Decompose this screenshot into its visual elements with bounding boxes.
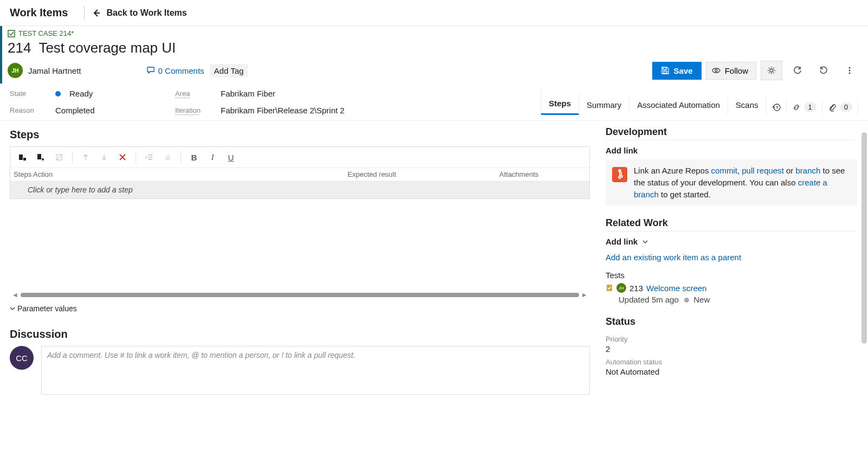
back-button[interactable]: Back to Work Items xyxy=(92,8,187,18)
insert-step-icon xyxy=(18,153,27,162)
col-action: Action xyxy=(33,170,348,178)
tab-summary[interactable]: Summary xyxy=(579,95,629,115)
iteration-value[interactable]: Fabrikam Fiber\Release 2\Sprint 2 xyxy=(221,106,344,115)
vertical-scrollbar[interactable] xyxy=(861,132,867,344)
back-label: Back to Work Items xyxy=(106,8,187,18)
tab-steps[interactable]: Steps xyxy=(541,93,579,115)
commit-link[interactable]: commit xyxy=(711,166,737,175)
bold-button[interactable]: B xyxy=(187,150,202,164)
priority-value[interactable]: 2 xyxy=(606,344,857,354)
status-section: Status Priority 2 Automation status Not … xyxy=(606,316,857,376)
attachments-badge: 0 xyxy=(840,102,852,112)
tab-automation[interactable]: Associated Automation xyxy=(629,95,728,115)
tab-history[interactable] xyxy=(767,100,787,115)
attach-step-button[interactable] xyxy=(160,150,175,164)
area-value[interactable]: Fabrikam Fiber xyxy=(221,89,275,98)
tab-links[interactable]: 1 xyxy=(787,99,822,115)
bold-icon: B xyxy=(191,153,197,162)
links-badge: 1 xyxy=(804,102,816,112)
toolbar-sep xyxy=(72,152,73,162)
iteration-label: Iteration xyxy=(175,106,221,114)
priority-label: Priority xyxy=(606,335,857,343)
assignee-name[interactable]: Jamal Hartnett xyxy=(28,66,81,75)
scroll-right-icon[interactable]: ► xyxy=(579,291,590,299)
current-user-avatar: CC xyxy=(10,346,34,370)
related-test-state: New xyxy=(693,295,710,304)
undo-icon xyxy=(819,66,828,75)
development-heading: Development xyxy=(606,126,857,140)
work-item-header: TEST CASE 214* 214 Test coverage map UI … xyxy=(0,26,868,83)
toolbar-sep xyxy=(136,152,136,162)
create-shared-button[interactable] xyxy=(52,150,67,164)
link-icon xyxy=(792,103,801,112)
work-item-title[interactable]: Test coverage map UI xyxy=(38,40,176,56)
detail-tabs: Steps Summary Associated Automation Scan… xyxy=(541,89,858,115)
save-label: Save xyxy=(674,66,693,75)
underline-button[interactable]: U xyxy=(223,150,239,164)
steps-columns: Steps Action Expected result Attachments xyxy=(10,168,589,181)
steps-heading: Steps xyxy=(10,129,590,141)
add-tag-button[interactable]: Add Tag xyxy=(210,64,248,78)
more-actions-button[interactable] xyxy=(839,61,860,80)
work-item-type-label[interactable]: TEST CASE 214* xyxy=(18,29,74,37)
discussion-section: Discussion CC Add a comment. Use # to li… xyxy=(10,328,590,395)
development-info-box: Link an Azure Repos commit, pull request… xyxy=(606,159,857,205)
insert-step-button[interactable] xyxy=(15,150,30,164)
x-icon xyxy=(119,153,126,161)
git-icon xyxy=(612,167,627,182)
field-grid: State Ready Reason Completed Area Fabrik… xyxy=(0,83,868,121)
comments-link[interactable]: 0 Comments xyxy=(146,66,204,75)
revert-button[interactable] xyxy=(813,61,834,80)
assignee-avatar[interactable]: JH xyxy=(8,63,23,78)
svg-point-3 xyxy=(715,69,717,72)
automation-status-label: Automation status xyxy=(606,358,857,366)
right-pane: Development Add link Link an Azure Repos… xyxy=(600,121,868,402)
field-col-state: State Ready Reason Completed xyxy=(10,89,175,115)
development-add-link[interactable]: Add link xyxy=(606,146,857,155)
horizontal-scrollbar[interactable]: ◄ ► xyxy=(10,291,590,299)
automation-status-value[interactable]: Not Automated xyxy=(606,367,857,376)
arrow-up-icon xyxy=(82,153,89,161)
italic-button[interactable]: I xyxy=(205,150,220,164)
delete-step-button[interactable] xyxy=(115,150,130,164)
scroll-left-icon[interactable]: ◄ xyxy=(10,291,21,299)
reason-value[interactable]: Completed xyxy=(55,106,95,115)
comment-input[interactable]: Add a comment. Use # to link a work item… xyxy=(41,346,590,395)
related-add-link-dropdown[interactable]: Add link xyxy=(606,237,857,246)
save-button[interactable]: Save xyxy=(652,62,702,80)
col-steps: Steps xyxy=(14,170,33,178)
outdent-button[interactable] xyxy=(142,150,157,164)
insert-shared-button[interactable] xyxy=(33,150,48,164)
chevron-down-icon xyxy=(642,239,648,245)
scroll-thumb[interactable] xyxy=(21,293,579,297)
state-label: State xyxy=(10,89,55,98)
status-heading: Status xyxy=(606,316,857,330)
add-parent-link[interactable]: Add an existing work item as a parent xyxy=(606,250,857,267)
move-down-button[interactable] xyxy=(97,150,112,164)
related-test-id: 213 xyxy=(629,284,643,293)
settings-button[interactable] xyxy=(761,61,782,80)
follow-button[interactable]: Follow xyxy=(706,62,756,80)
state-dot-icon xyxy=(55,91,61,97)
development-text: Link an Azure Repos commit, pull request… xyxy=(634,165,851,200)
main-split: Steps B I U Steps Action Ex xyxy=(0,121,868,402)
arrow-down-icon xyxy=(100,153,108,161)
svg-rect-1 xyxy=(8,30,15,37)
parameter-values-toggle[interactable]: Parameter values xyxy=(10,304,590,313)
tab-attachments[interactable]: 0 xyxy=(822,99,858,115)
move-up-button[interactable] xyxy=(78,150,93,164)
state-value[interactable]: Ready xyxy=(69,89,93,98)
col-expected: Expected result xyxy=(348,170,499,178)
step-placeholder[interactable]: Click or type here to add a step xyxy=(10,181,589,198)
pull-request-link[interactable]: pull request xyxy=(742,166,784,175)
related-test-avatar: JH xyxy=(616,283,626,293)
refresh-button[interactable] xyxy=(787,61,808,80)
svg-rect-10 xyxy=(23,158,26,160)
outdent-icon xyxy=(145,153,153,161)
branch-link[interactable]: branch xyxy=(796,166,821,175)
related-work-heading: Related Work xyxy=(606,217,857,232)
related-test-item[interactable]: JH 213 Welcome screen xyxy=(606,283,857,293)
topbar: Work Items Back to Work Items xyxy=(0,0,868,26)
related-test-link[interactable]: Welcome screen xyxy=(646,284,706,293)
tab-scans[interactable]: Scans xyxy=(728,95,767,115)
